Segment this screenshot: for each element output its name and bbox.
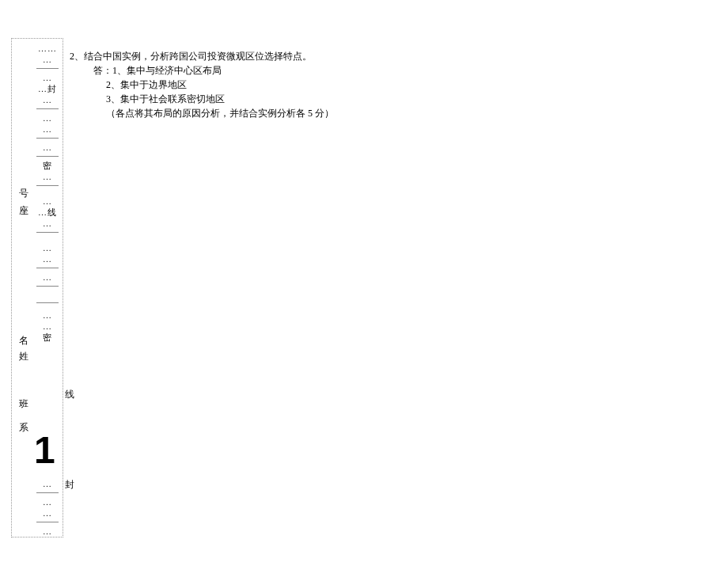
dots: …	[36, 196, 59, 207]
dots: …	[36, 142, 59, 153]
answer-line-2: 2、集中于边界地区	[106, 78, 334, 92]
dots-xian: …线	[36, 207, 59, 218]
answer-line-3: 3、集中于社会联系密切地区	[106, 92, 334, 106]
dots: …	[36, 242, 59, 253]
exam-sidebar: 号 座 名 姓 班 、 系 …… … … …封 … … … … 密 … … …线…	[11, 38, 63, 538]
right-label-feng: 封	[65, 478, 74, 492]
divider	[36, 108, 59, 109]
dots-feng: …封	[36, 83, 59, 94]
dots: …	[36, 310, 59, 321]
dots: …	[36, 321, 59, 332]
sidebar-inner: 号 座 名 姓 班 、 系 …… … … …封 … … … … 密 … … …线…	[12, 39, 63, 537]
dots: …	[36, 272, 59, 283]
divider	[36, 156, 59, 157]
dots: ……	[36, 43, 59, 54]
divider	[36, 185, 59, 186]
center-column: …… … … …封 … … … … 密 … … …线 … … … …	[36, 43, 59, 343]
note-text: （各点将其布局的原因分析，并结合实例分析各 5 分）	[106, 108, 334, 119]
dots: …	[36, 253, 59, 264]
divider	[36, 232, 59, 233]
divider	[36, 492, 59, 493]
right-label-xian: 线	[65, 388, 74, 401]
dots: …	[36, 112, 59, 123]
dots: …	[36, 218, 59, 229]
page-number: 1	[34, 428, 55, 472]
divider	[36, 268, 59, 268]
dots: …	[36, 478, 59, 489]
label-dun: 、	[17, 403, 30, 412]
divider	[36, 68, 59, 69]
dots: …	[36, 123, 59, 135]
answer-note: （各点将其布局的原因分析，并结合实例分析各 5 分）	[106, 106, 334, 120]
dots: …	[36, 94, 59, 105]
divider	[36, 286, 59, 287]
dots: …	[36, 507, 59, 519]
point-1: 1、集中与经济中心区布局	[112, 65, 222, 76]
label-mi: 密	[36, 160, 59, 171]
divider	[36, 302, 59, 303]
dots: …	[36, 496, 59, 507]
dots: …	[36, 54, 59, 65]
divider	[36, 138, 59, 139]
point-3: 3、集中于社会联系密切地区	[106, 93, 225, 104]
question-content: 2、结合中国实例，分析跨国公司投资微观区位选择特点。 答：1、集中与经济中心区布…	[70, 49, 334, 120]
bottom-dots: … … … …	[36, 478, 59, 537]
dots: …	[36, 171, 59, 182]
label-mi2: 密	[36, 332, 59, 343]
point-2: 2、集中于边界地区	[106, 79, 187, 90]
dots: …	[36, 72, 59, 83]
question-text: 2、结合中国实例，分析跨国公司投资微观区位选择特点。	[70, 49, 334, 63]
answer-line-1: 答：1、集中与经济中心区布局	[93, 63, 334, 78]
dots: …	[36, 526, 59, 537]
divider	[36, 522, 59, 522]
answer-prefix: 答：	[93, 65, 112, 76]
